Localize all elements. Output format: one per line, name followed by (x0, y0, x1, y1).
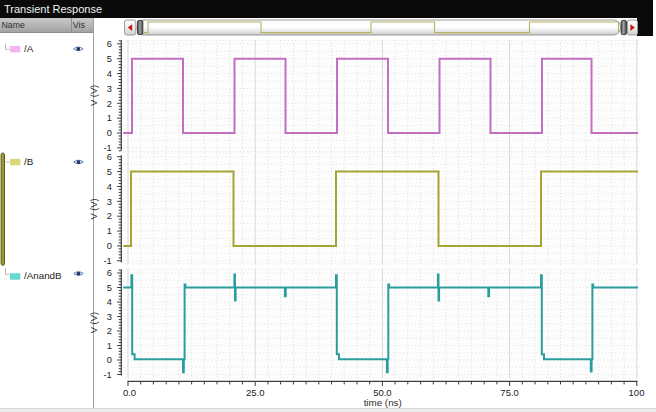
svg-text:100: 100 (629, 387, 645, 398)
svg-text:0: 0 (107, 355, 112, 365)
svg-text:3: 3 (107, 84, 112, 94)
svg-text:6: 6 (107, 268, 112, 278)
svg-text:6: 6 (107, 152, 112, 162)
svg-text:2: 2 (107, 99, 112, 109)
svg-text:-1: -1 (104, 256, 112, 266)
svg-text:/AnandB: /AnandB (24, 270, 62, 281)
svg-text:V (V): V (V) (89, 198, 99, 219)
svg-text:time (ns): time (ns) (364, 397, 402, 408)
svg-text:75.0: 75.0 (500, 387, 519, 398)
svg-text:/A: /A (24, 43, 34, 54)
svg-text:1: 1 (107, 226, 112, 236)
svg-text:4: 4 (107, 182, 112, 192)
svg-text:V (V): V (V) (89, 85, 99, 106)
svg-text:5: 5 (107, 54, 112, 64)
svg-text:5: 5 (107, 283, 112, 293)
svg-text:1: 1 (107, 341, 112, 351)
svg-text:0: 0 (107, 128, 112, 138)
svg-text:-1: -1 (104, 370, 112, 380)
svg-text:0.0: 0.0 (123, 387, 136, 398)
svg-text:0: 0 (107, 241, 112, 251)
svg-text:2: 2 (107, 326, 112, 336)
svg-text:2: 2 (107, 211, 112, 221)
svg-text:1: 1 (107, 113, 112, 123)
svg-text:3: 3 (107, 197, 112, 207)
svg-text:/B: /B (24, 156, 34, 167)
svg-text:3: 3 (107, 312, 112, 322)
svg-text:4: 4 (107, 69, 112, 79)
svg-text:4: 4 (107, 297, 112, 307)
svg-text:6: 6 (107, 39, 112, 49)
svg-text:5: 5 (107, 167, 112, 177)
svg-text:V (V): V (V) (89, 312, 99, 333)
svg-text:25.0: 25.0 (246, 387, 265, 398)
